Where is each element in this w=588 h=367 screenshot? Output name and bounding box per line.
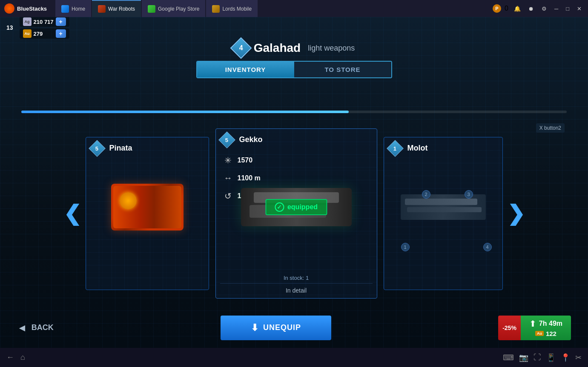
tab-inventory[interactable]: INVENTORY <box>197 62 294 77</box>
points-value: 0 <box>505 5 508 12</box>
titlebar: BlueStacks Home War Robots Google Play S… <box>0 0 588 17</box>
molot-level: 1 <box>393 145 396 151</box>
unequip-button[interactable]: ⬇ UNEQUIP <box>221 316 331 340</box>
tab-bar: Home War Robots Google Play Store Lords … <box>51 0 488 17</box>
bluestacks-icon <box>4 3 14 14</box>
weapon-card-gekko[interactable]: 5 Gekko ✳ 1570 ↔ 1100 m ↺ 11 sec <box>215 128 377 299</box>
add-au-button[interactable]: + <box>56 29 66 38</box>
gekko-level: 5 <box>225 137 228 143</box>
game-bottombar: ◄ BACK ⬇ UNEQUIP -25% ⬆ 7h 49m Au 122 <box>0 307 588 348</box>
au-currency-item: Au 279 + <box>20 28 69 39</box>
game-topbar: 13 Ag 210 717 + Au 279 + <box>0 17 588 38</box>
taskbar: ← ⌂ ⌨ 📷 ⛶ 📱 📍 ✂ <box>0 348 588 367</box>
currency-display: Ag 210 717 + Au 279 + <box>20 17 69 39</box>
upgrade-timer-row: ⬆ 7h 49m <box>529 319 562 329</box>
equipped-badge: ✓ equipped <box>265 199 327 215</box>
gekko-image-area: ✓ equipped <box>216 150 377 264</box>
robot-subtitle: light weapons <box>308 44 355 53</box>
inventory-tabs: INVENTORY TO STORE <box>196 61 392 78</box>
nav-left-arrow[interactable]: ❮ <box>59 201 86 226</box>
au-cost-icon: Au <box>535 331 544 336</box>
progress-bar-container <box>21 111 567 113</box>
maximize-button[interactable]: □ <box>564 5 571 13</box>
slot-num-1: 1 <box>401 243 410 251</box>
tab-lords-label: Lords Mobile <box>222 6 252 12</box>
back-button[interactable]: ◄ BACK <box>17 322 54 334</box>
notification-icon[interactable]: 🔔 <box>512 5 523 13</box>
app-logo: BlueStacks <box>0 3 51 14</box>
pinata-name: Pinata <box>109 144 132 153</box>
robot-level: 4 <box>239 44 243 52</box>
nav-right-arrow[interactable]: ❯ <box>503 201 529 226</box>
weapons-area: ❮ 5 Pinata 5 Gekko ✳ 1570 <box>0 121 588 305</box>
tab-warrobots-label: War Robots <box>108 6 135 12</box>
robot-name: Galahad <box>254 41 301 55</box>
settings-icon[interactable]: ⚙ <box>539 5 549 13</box>
molot-name: Molot <box>407 144 428 153</box>
progress-bar-fill <box>21 111 349 113</box>
robot-level-badge: 4 <box>230 37 252 59</box>
lords-icon <box>212 5 220 13</box>
titlebar-right: P 0 🔔 ⏺ ⚙ ─ □ ✕ <box>488 4 588 13</box>
in-stock-label: In stock: 1 <box>220 275 373 281</box>
taskbar-right: ⌨ 📷 ⛶ 📱 📍 ✂ <box>503 353 582 362</box>
check-circle-icon: ✓ <box>275 202 284 212</box>
tab-lords[interactable]: Lords Mobile <box>206 0 258 17</box>
add-ag-button[interactable]: + <box>56 17 66 26</box>
app-title: BlueStacks <box>17 6 47 12</box>
slot-num-2: 2 <box>422 190 430 199</box>
upgrade-main-area: ⬆ 7h 49m Au 122 <box>521 316 571 340</box>
gekko-name: Gekko <box>239 135 263 144</box>
warrobots-icon <box>98 5 106 13</box>
gplay-icon <box>148 5 155 13</box>
back-arrow-icon: ◄ <box>17 322 27 334</box>
record-icon[interactable]: ⏺ <box>526 5 536 13</box>
home-icon <box>61 5 69 13</box>
robot-title: 4 Galahad light weapons <box>233 40 355 56</box>
tab-googleplay[interactable]: Google Play Store <box>142 0 205 17</box>
molot-weapon-image <box>401 194 486 220</box>
pinata-image-area <box>86 159 209 256</box>
pinata-level: 5 <box>95 145 98 151</box>
equipped-label: equipped <box>287 203 318 211</box>
tab-home[interactable]: Home <box>55 0 91 17</box>
weapon-card-pinata[interactable]: 5 Pinata <box>86 137 209 290</box>
keyboard-icon[interactable]: ⌨ <box>503 353 514 362</box>
weapon-card-molot[interactable]: 1 Molot 2 3 1 4 <box>384 137 503 290</box>
fullscreen-icon[interactable]: ⛶ <box>534 353 541 362</box>
ag-value: 210 717 <box>34 19 54 25</box>
slot-num-3: 3 <box>465 190 473 199</box>
scissors-icon[interactable]: ✂ <box>575 353 582 362</box>
slot-num-4: 4 <box>483 243 492 251</box>
points-badge: P <box>493 4 501 13</box>
au-icon: Au <box>23 29 32 38</box>
points-icon: P <box>495 6 498 11</box>
upgrade-discount-badge: -25% <box>498 316 521 340</box>
unequip-label: UNEQUIP <box>263 323 301 332</box>
home-taskbar-icon[interactable]: ⌂ <box>20 353 25 362</box>
pinata-weapon-image <box>111 184 184 230</box>
taskbar-left: ← ⌂ <box>6 353 25 362</box>
tab-warrobots[interactable]: War Robots <box>92 0 141 17</box>
au-value: 279 <box>34 31 54 37</box>
in-detail-button[interactable]: In detail <box>220 283 373 294</box>
upgrade-button[interactable]: -25% ⬆ 7h 49m Au 122 <box>498 316 571 340</box>
discount-label: -25% <box>502 324 516 331</box>
tab-to-store[interactable]: TO STORE <box>294 62 391 77</box>
back-label: BACK <box>32 323 54 332</box>
ag-currency-item: Ag 210 717 + <box>20 17 69 27</box>
upgrade-up-icon: ⬆ <box>529 319 536 329</box>
game-area: 13 Ag 210 717 + Au 279 + 4 Galahad light… <box>0 17 588 348</box>
player-level: 13 <box>6 24 13 31</box>
ag-icon: Ag <box>23 17 32 26</box>
location-icon[interactable]: 📍 <box>561 353 570 362</box>
close-button[interactable]: ✕ <box>575 5 584 13</box>
tab-home-label: Home <box>72 6 85 12</box>
upgrade-time-value: 7h 49m <box>539 320 562 327</box>
back-taskbar-icon[interactable]: ← <box>6 353 14 362</box>
minimize-button[interactable]: ─ <box>552 5 560 13</box>
molot-image-area: 2 3 <box>384 159 502 256</box>
robot-header: 4 Galahad light weapons INVENTORY TO STO… <box>0 40 588 78</box>
phone-icon[interactable]: 📱 <box>546 353 556 362</box>
camera-icon[interactable]: 📷 <box>519 353 528 362</box>
